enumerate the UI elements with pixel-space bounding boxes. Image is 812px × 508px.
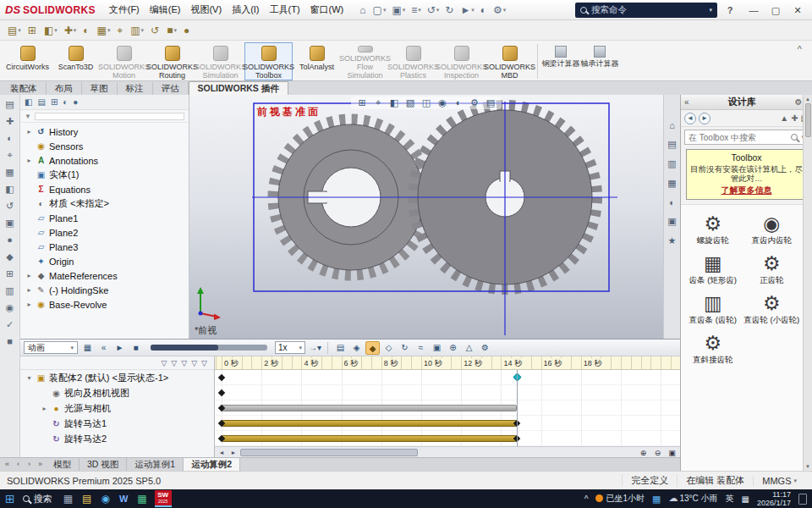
window-control-button[interactable]: — (743, 1, 765, 19)
contact-button[interactable]: ▣ (430, 341, 444, 355)
left-toolbar-icon[interactable]: ◐ (7, 133, 13, 144)
results-button[interactable]: △ (462, 341, 476, 355)
menu-item[interactable]: 编辑(E) (145, 0, 186, 19)
catalog-item[interactable]: ⚙ 直齿轮 (小齿轮) (743, 290, 801, 328)
chevron-down-icon[interactable]: ▾ (709, 7, 712, 14)
quick-toolbar-button[interactable]: ▤▾ (5, 22, 24, 39)
title-toolbar-button[interactable]: ◐ (478, 2, 490, 19)
ribbon-button[interactable]: SOLIDWORKS Motion (100, 42, 148, 80)
save-animation-button[interactable]: ▤ (333, 341, 348, 355)
left-toolbar-icon[interactable]: ▤ (5, 99, 14, 110)
solidworks-taskbar-icon[interactable]: SW 2025 (155, 490, 172, 507)
taskbar-search[interactable]: 搜索 (23, 493, 52, 505)
left-toolbar-icon[interactable]: ⊞ (6, 268, 14, 279)
title-toolbar-button[interactable]: ►▾ (458, 2, 476, 19)
feature-manager-tab-icon[interactable]: ● (73, 97, 78, 107)
timeline-track[interactable] (215, 370, 680, 385)
filter-funnel-icon[interactable]: ▽ (181, 359, 187, 367)
view-tool-icon[interactable]: ◫ (420, 97, 433, 108)
feature-tree-item[interactable]: ▸ A Annotations (20, 153, 189, 168)
gear-sketch-canvas[interactable] (189, 95, 663, 339)
left-toolbar-icon[interactable]: ▣ (5, 218, 14, 229)
ribbon-button[interactable]: SOLIDWORKS Inspection (437, 42, 486, 80)
quick-toolbar-button[interactable]: ■▾ (164, 22, 179, 39)
quick-toolbar-button[interactable]: ● (181, 22, 193, 39)
feature-manager-tab-icon[interactable]: ◐ (63, 97, 68, 107)
back-button[interactable]: ◄ (684, 113, 696, 124)
timeline-bar[interactable] (222, 420, 517, 427)
tab-nav-arrow[interactable]: ‹ (13, 458, 24, 471)
feature-tree-item[interactable]: ▸ ✎ (-) HoldingSke (20, 283, 189, 297)
forum-icon[interactable]: ★ (668, 235, 677, 246)
catalog-item[interactable]: ⚙ 直斜接齿轮 (684, 329, 742, 367)
file-explorer-icon[interactable]: ▥ (667, 158, 676, 169)
scrollbar-thumb[interactable] (240, 449, 418, 456)
menu-item[interactable]: 视图(V) (185, 0, 227, 19)
current-time-line[interactable] (517, 370, 518, 446)
study-type-select[interactable]: 动画 ▾ (24, 341, 78, 354)
feature-tree-filter[interactable]: ▼ (20, 110, 189, 123)
feature-tree-item[interactable]: ▣ 实体(1) (20, 168, 189, 182)
feature-tree-item[interactable]: ▸ ◉ Base-Revolve (20, 297, 189, 312)
expand-arrow-icon[interactable]: ▸ (25, 128, 33, 135)
ribbon-button[interactable]: SOLIDWORKS Routing (148, 42, 196, 80)
units-selector[interactable]: MMGS ▾ (753, 476, 805, 486)
study-tab[interactable]: 运动算例1 (127, 458, 184, 471)
view-tool-icon[interactable]: ⊞ (355, 97, 369, 108)
task-view-icon[interactable]: ▦ (63, 490, 73, 507)
catalog-item[interactable]: ▦ 齿条 (矩形齿) (684, 250, 742, 288)
quick-toolbar-button[interactable]: ▥▾ (128, 22, 146, 39)
zoom-fit-icon[interactable]: ▣ (666, 449, 678, 457)
command-search[interactable]: 搜索命令 ▾ (575, 3, 717, 18)
collapse-ribbon-arrow[interactable]: ^ (791, 42, 809, 56)
quick-toolbar-button[interactable]: ⌖ (114, 22, 126, 39)
view-tool-icon[interactable]: ◧ (387, 97, 401, 108)
catalog-item[interactable]: ⚙ 正齿轮 (743, 250, 801, 288)
motion-tree-item[interactable]: ↻ 旋转马达2 (20, 431, 214, 446)
timeline-ruler[interactable]: 0 秒2 秒4 秒6 秒8 秒10 秒12 秒14 秒16 秒18 秒 (215, 356, 680, 370)
expand-arrow-icon[interactable]: ▾ (25, 374, 33, 382)
title-toolbar-button[interactable]: ≡▾ (409, 2, 424, 19)
resources-icon[interactable]: ⌂ (669, 120, 675, 130)
zoom-in-icon[interactable]: ⊕ (637, 449, 650, 457)
ribbon-button[interactable]: SOLIDWORKS Simulation (196, 42, 244, 80)
expand-arrow-icon[interactable]: ▸ (25, 272, 33, 279)
ribbon-small-button[interactable]: 轴承计算器 (580, 42, 619, 80)
expand-arrow-icon[interactable]: ▸ (25, 301, 33, 308)
title-toolbar-button[interactable]: ⚙▾ (491, 2, 508, 19)
title-toolbar-button[interactable]: ↺▾ (425, 2, 442, 19)
timeline-track[interactable] (215, 400, 680, 416)
spring-button[interactable]: ≈ (414, 341, 428, 355)
motion-tree-item[interactable]: ◉ 视向及相机视图 (20, 385, 214, 400)
feature-tree-item[interactable]: ◐ 材质 <未指定> (20, 196, 189, 211)
design-library-icon[interactable]: ▤ (667, 139, 676, 150)
weather-widget[interactable]: ☁13°C 小雨 (668, 493, 717, 505)
excel-icon[interactable]: ▦ (137, 490, 146, 507)
learn-more-link[interactable]: 了解更多信息 (690, 185, 803, 196)
quick-toolbar-button[interactable]: ◐ (80, 22, 92, 39)
add-key-button[interactable]: ◇ (381, 341, 396, 355)
command-tab[interactable]: 评估 (153, 82, 189, 95)
ime-icon[interactable]: ▦ (742, 494, 749, 504)
browser-icon[interactable]: ◉ (101, 490, 109, 507)
quick-toolbar-button[interactable]: ⊞ (25, 22, 40, 39)
left-toolbar-icon[interactable]: ◧ (5, 184, 14, 195)
feature-tree-item[interactable]: ▸ ◆ MateReferences (20, 268, 189, 283)
view-tool-icon[interactable]: ⌖ (371, 97, 385, 108)
left-toolbar-icon[interactable]: ✚ (6, 116, 14, 127)
timeline-track[interactable] (215, 416, 680, 431)
command-tab[interactable]: 草图 (82, 82, 118, 95)
timeline-track[interactable] (215, 431, 680, 446)
auto-key-button[interactable]: ◆ (365, 341, 380, 355)
filter-funnel-icon[interactable]: ▽ (191, 359, 197, 367)
title-toolbar-button[interactable]: ▣▾ (389, 2, 408, 19)
command-tab[interactable]: 布局 (47, 82, 82, 95)
view-palette-icon[interactable]: ▦ (667, 178, 676, 189)
timeline-tracks[interactable] (215, 370, 680, 446)
study-tab[interactable]: 运动算例2 (184, 458, 240, 471)
feature-tree-item[interactable]: ▱ Plane3 (20, 240, 189, 254)
left-toolbar-icon[interactable]: ⌖ (7, 150, 12, 161)
feature-tree-item[interactable]: ⌖ Origin (20, 254, 189, 268)
library-scrollbar[interactable]: ▲ ▼ (803, 95, 812, 471)
motion-tree-item[interactable]: ↻ 旋转马达1 (20, 416, 214, 431)
